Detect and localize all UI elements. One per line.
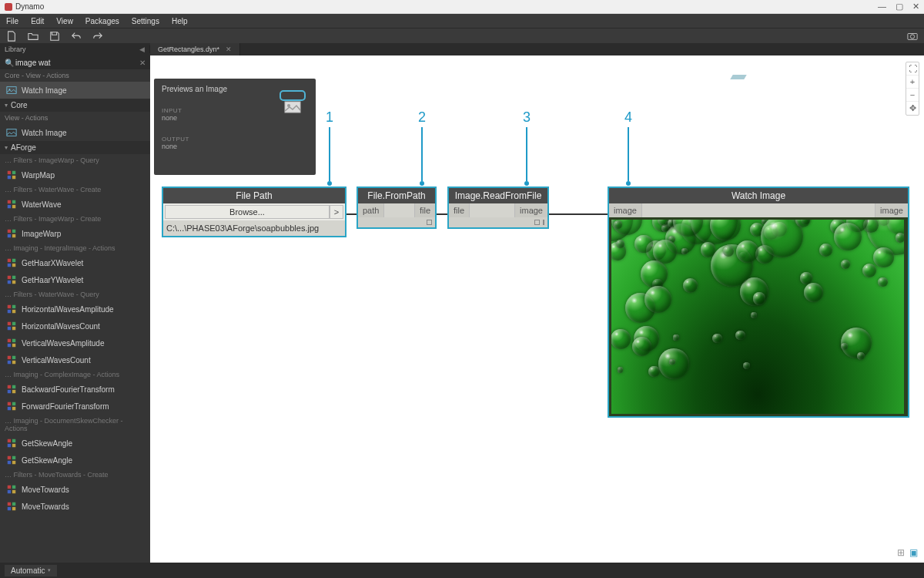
fit-view-button[interactable]: ⛶ xyxy=(906,62,919,76)
library-scroll[interactable]: Filters - ImageWarp - QueryWarpMapFilter… xyxy=(0,154,150,563)
close-tab-icon[interactable]: ✕ xyxy=(226,45,232,53)
app-logo-icon xyxy=(5,3,12,11)
input-port-path[interactable]: path xyxy=(358,203,384,217)
lacing-icon[interactable] xyxy=(534,220,540,225)
svg-rect-25 xyxy=(8,305,11,308)
library-item[interactable]: MoveTowards xyxy=(0,498,150,515)
library-item-label: MoveTowards xyxy=(22,486,69,494)
output-port-file[interactable]: file xyxy=(414,203,435,217)
pan-button[interactable]: ✥ xyxy=(906,102,919,115)
annotation-2: 2 xyxy=(418,109,426,186)
svg-rect-17 xyxy=(8,259,11,262)
svg-rect-62 xyxy=(12,502,15,506)
minimize-button[interactable]: — xyxy=(878,2,886,12)
library-item[interactable]: HorizontalWavesAmplitude xyxy=(0,301,150,318)
zoom-in-button[interactable]: + xyxy=(906,76,919,89)
library-subpath: Filters - WaterWave - Create xyxy=(0,183,150,196)
svg-rect-64 xyxy=(12,507,15,510)
output-port-image[interactable]: image xyxy=(514,203,547,217)
library-item[interactable]: GetHaarYWavelet xyxy=(0,271,150,288)
browse-button[interactable]: Browse... xyxy=(165,205,330,219)
search-input[interactable] xyxy=(15,59,139,67)
library-item[interactable]: GetSkewAngle xyxy=(0,452,150,469)
input-port-file[interactable]: file xyxy=(449,203,470,217)
input-port-image[interactable]: image xyxy=(609,203,642,217)
library-item[interactable]: BackwardFourierTransform xyxy=(0,381,150,398)
svg-rect-11 xyxy=(8,205,11,208)
svg-rect-19 xyxy=(8,264,11,267)
graph-view-icon[interactable]: ⊞ xyxy=(897,547,905,558)
library-item[interactable]: WarpMap xyxy=(0,166,150,183)
node-file-from-path[interactable]: File.FromPath path file xyxy=(357,187,437,229)
output-port-image[interactable]: image xyxy=(875,203,908,217)
file-path-value: C:\...\PHASE03\AForge\soapbubbles.jpg xyxy=(163,220,345,236)
maximize-button[interactable]: ▢ xyxy=(896,2,903,12)
menu-settings[interactable]: Settings xyxy=(132,17,159,25)
close-button[interactable]: ✕ xyxy=(912,2,919,12)
menu-packages[interactable]: Packages xyxy=(85,17,119,25)
library-subpath: Imaging - IntegralImage - Actions xyxy=(0,242,150,254)
browse-expand-button[interactable]: > xyxy=(330,205,343,219)
library-item[interactable]: HorizontalWavesCount xyxy=(0,318,150,334)
graph-canvas[interactable]: Previews an Image INPUT none OUTPUT none… xyxy=(150,55,924,563)
lacing-detail-icon xyxy=(543,220,544,225)
library-item-watch-image[interactable]: Watch Image xyxy=(0,124,150,141)
open-file-icon[interactable] xyxy=(28,31,38,42)
node-file-path[interactable]: File Path Browse... > C:\...\PHASE03\AFo… xyxy=(162,187,346,237)
library-item[interactable]: ForwardFourierTransform xyxy=(0,398,150,415)
canvas-mode-icons: ⊞ ▣ xyxy=(897,547,918,558)
node-image-read-from-file[interactable]: Image.ReadFromFile file image xyxy=(447,187,549,229)
svg-rect-46 xyxy=(12,402,15,405)
undo-icon[interactable] xyxy=(71,31,82,42)
library-item-label: GetSkewAngle xyxy=(22,456,72,465)
lacing-icon[interactable] xyxy=(427,220,432,225)
redo-icon[interactable] xyxy=(92,31,103,42)
annotation-4: 4 xyxy=(624,109,632,186)
svg-rect-26 xyxy=(12,305,15,308)
svg-rect-9 xyxy=(8,200,11,203)
search-result-watch-image[interactable]: Watch Image xyxy=(0,82,150,99)
menu-file[interactable]: File xyxy=(6,17,18,25)
library-item[interactable]: MoveTowards xyxy=(0,481,150,498)
library-item[interactable]: VerticalWavesCount xyxy=(0,351,150,368)
tooltip-output-value: none xyxy=(162,143,308,150)
camera-icon[interactable] xyxy=(907,31,918,42)
library-item-label: HorizontalWavesAmplitude xyxy=(22,305,114,314)
new-file-icon[interactable] xyxy=(6,31,17,42)
library-item[interactable]: GetSkewAngle xyxy=(0,435,150,452)
svg-rect-7 xyxy=(8,176,11,179)
menu-edit[interactable]: Edit xyxy=(31,17,44,25)
zoom-out-button[interactable]: − xyxy=(906,89,919,102)
library-item[interactable]: ImageWarp xyxy=(0,225,150,242)
svg-rect-2 xyxy=(7,87,16,94)
run-mode-dropdown[interactable]: Automatic xyxy=(5,565,57,576)
library-subpath: Imaging - DocumentSkewChecker - Actions xyxy=(0,415,150,435)
svg-rect-15 xyxy=(8,234,11,237)
document-tab[interactable]: GetRectangles.dyn* ✕ xyxy=(150,43,240,55)
svg-rect-58 xyxy=(12,486,15,489)
svg-rect-13 xyxy=(8,230,11,233)
svg-rect-45 xyxy=(8,402,11,405)
svg-rect-30 xyxy=(12,322,15,325)
section-core[interactable]: Core xyxy=(0,99,150,112)
section-aforge[interactable]: AForge xyxy=(0,141,150,154)
node-icon xyxy=(6,438,17,449)
watch-image-icon xyxy=(6,127,17,138)
clear-search-icon[interactable]: ✕ xyxy=(139,59,146,67)
node-watch-image[interactable]: Watch Image image image xyxy=(608,187,909,418)
save-icon[interactable] xyxy=(49,31,60,42)
svg-rect-20 xyxy=(12,264,15,267)
svg-rect-41 xyxy=(8,385,11,388)
menu-help[interactable]: Help xyxy=(172,17,188,25)
collapse-library-icon[interactable]: ◀ xyxy=(139,45,145,53)
library-item-label: MoveTowards xyxy=(22,502,69,511)
svg-rect-10 xyxy=(12,200,15,203)
library-item[interactable]: GetHaarXWavelet xyxy=(0,254,150,271)
menu-bar: File Edit View Packages Settings Help xyxy=(0,14,924,28)
menu-view[interactable]: View xyxy=(56,17,73,25)
library-item[interactable]: VerticalWavesAmplitude xyxy=(0,334,150,351)
document-tab-label: GetRectangles.dyn* xyxy=(158,45,219,53)
svg-rect-51 xyxy=(8,444,11,447)
geometry-view-icon[interactable]: ▣ xyxy=(909,547,918,558)
library-item[interactable]: WaterWave xyxy=(0,196,150,213)
